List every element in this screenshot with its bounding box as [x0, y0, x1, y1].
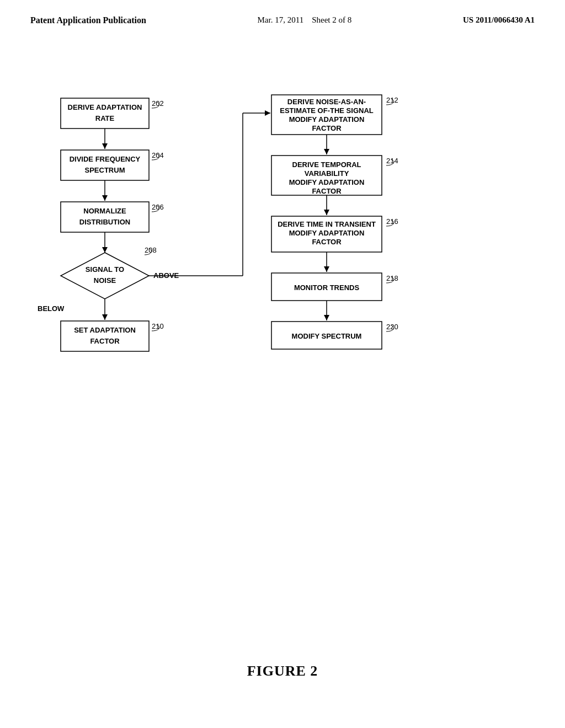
box-216-text-line1: DERIVE TIME IN TRANSIENT	[278, 220, 376, 228]
box-202	[61, 98, 149, 129]
box-212-text-line4: FACTOR	[312, 124, 342, 132]
box-212-text-line2: ESTIMATE OF-THE SIGNAL	[280, 106, 374, 115]
figure-caption: FIGURE 2	[0, 663, 565, 679]
box-214-text-line4: FACTOR	[312, 187, 342, 195]
ref-218: 218	[386, 274, 398, 282]
publication-label: Patent Application Publication	[30, 15, 146, 25]
box-210-text-line1: SET ADAPTATION	[74, 326, 136, 334]
ref-206: 206	[152, 203, 164, 211]
box-206	[61, 202, 149, 232]
box-204-text-line1: DIVIDE FREQUENCY	[70, 155, 141, 163]
arrowhead-to-212	[265, 110, 270, 116]
below-label: BELOW	[38, 304, 65, 313]
box-202-text-line1: DERIVE ADAPTATION	[68, 103, 142, 111]
arrowhead-206-208	[102, 247, 108, 253]
box-214-text-line3: MODIFY ADAPTATION	[289, 178, 365, 186]
ref-220: 220	[386, 323, 398, 331]
date-label: Mar. 17, 2011	[258, 15, 304, 24]
diamond-208	[61, 253, 149, 299]
box-210	[61, 321, 149, 351]
ref-214: 214	[386, 157, 398, 165]
sheet-label: Sheet 2 of 8	[312, 15, 351, 24]
patent-number-label: US 2011/0066430 A1	[463, 15, 535, 25]
box-202-text-line2: RATE	[95, 114, 115, 122]
box-206-text-line1: NORMALIZE	[83, 207, 126, 215]
ref-202: 202	[152, 99, 164, 108]
ref-210: 210	[152, 322, 164, 330]
diagram-area: .box-text { font-family: Arial, Helvetic…	[0, 66, 565, 728]
arrowhead-208-210	[102, 314, 108, 320]
box-212-text-line3: MODIFY ADAPTATION	[289, 115, 365, 124]
box-210-text-line2: FACTOR	[90, 337, 120, 345]
box-206-text-line2: DISTRIBUTION	[79, 218, 130, 226]
arrowhead-202-204	[102, 143, 108, 149]
arrowhead-204-206	[102, 195, 108, 201]
box-216-text-line3: FACTOR	[312, 238, 342, 246]
box-214-text-line1: DERIVE TEMPORAL	[292, 160, 361, 169]
arrowhead-216-218	[324, 266, 329, 272]
arrowhead-218-220	[324, 315, 329, 320]
box-214-text-line2: VARIABILITY	[305, 169, 349, 178]
box-204	[61, 150, 149, 180]
ref-212: 212	[386, 96, 398, 104]
diamond-208-text-line2: NOISE	[94, 276, 116, 285]
arrowhead-214-216	[324, 210, 329, 215]
date-sheet-label: Mar. 17, 2011 Sheet 2 of 8	[258, 15, 352, 25]
box-204-text-line2: SPECTRUM	[85, 166, 125, 174]
page-header: Patent Application Publication Mar. 17, …	[0, 0, 565, 25]
box-216-text-line2: MODIFY ADAPTATION	[289, 229, 365, 237]
flowchart-svg: .box-text { font-family: Arial, Helvetic…	[0, 66, 565, 673]
box-212-text-line1: DERIVE NOISE-AS-AN-	[287, 98, 366, 106]
ref-216: 216	[386, 217, 398, 226]
ref-204: 204	[152, 151, 164, 159]
arrowhead-212-214	[324, 149, 329, 154]
box-220-text: MODIFY SPECTRUM	[292, 332, 362, 340]
box-218-text: MONITOR TRENDS	[294, 283, 360, 292]
diamond-208-text-line1: SIGNAL TO	[86, 265, 124, 274]
